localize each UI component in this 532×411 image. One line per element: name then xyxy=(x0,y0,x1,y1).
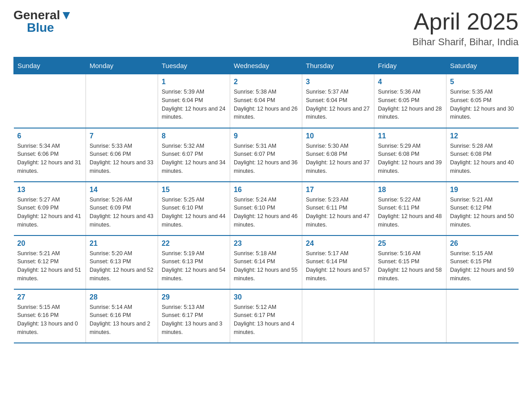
day-info: Sunrise: 5:16 AMSunset: 6:15 PMDaylight:… xyxy=(378,249,442,283)
calendar-day-cell: 22Sunrise: 5:19 AMSunset: 6:13 PMDayligh… xyxy=(158,235,230,289)
day-number: 7 xyxy=(90,132,154,140)
day-number: 17 xyxy=(306,186,370,194)
day-number: 25 xyxy=(378,240,442,248)
calendar-week-row: 13Sunrise: 5:27 AMSunset: 6:09 PMDayligh… xyxy=(14,182,519,235)
calendar-day-cell: 4Sunrise: 5:36 AMSunset: 6:05 PMDaylight… xyxy=(374,74,446,128)
calendar-day-cell: 19Sunrise: 5:21 AMSunset: 6:12 PMDayligh… xyxy=(446,182,519,235)
day-info: Sunrise: 5:17 AMSunset: 6:14 PMDaylight:… xyxy=(306,249,370,283)
calendar-day-cell: 6Sunrise: 5:34 AMSunset: 6:06 PMDaylight… xyxy=(14,128,86,182)
day-number: 14 xyxy=(90,186,154,194)
calendar-day-cell: 16Sunrise: 5:24 AMSunset: 6:10 PMDayligh… xyxy=(230,182,302,235)
day-number: 1 xyxy=(162,78,226,86)
calendar-table: SundayMondayTuesdayWednesdayThursdayFrid… xyxy=(13,57,519,343)
calendar-day-cell: 25Sunrise: 5:16 AMSunset: 6:15 PMDayligh… xyxy=(374,235,446,289)
calendar-week-row: 20Sunrise: 5:21 AMSunset: 6:12 PMDayligh… xyxy=(14,235,519,289)
day-info: Sunrise: 5:33 AMSunset: 6:06 PMDaylight:… xyxy=(90,142,154,176)
calendar-day-cell: 23Sunrise: 5:18 AMSunset: 6:14 PMDayligh… xyxy=(230,235,302,289)
day-info: Sunrise: 5:13 AMSunset: 6:17 PMDaylight:… xyxy=(162,303,226,337)
calendar-header-row: SundayMondayTuesdayWednesdayThursdayFrid… xyxy=(14,57,519,74)
day-info: Sunrise: 5:36 AMSunset: 6:05 PMDaylight:… xyxy=(378,88,442,121)
day-info: Sunrise: 5:23 AMSunset: 6:11 PMDaylight:… xyxy=(306,196,370,229)
calendar-day-cell xyxy=(302,289,374,343)
day-info: Sunrise: 5:14 AMSunset: 6:16 PMDaylight:… xyxy=(90,303,154,337)
day-number: 12 xyxy=(450,132,515,140)
day-info: Sunrise: 5:30 AMSunset: 6:08 PMDaylight:… xyxy=(306,142,370,176)
day-info: Sunrise: 5:12 AMSunset: 6:17 PMDaylight:… xyxy=(234,303,298,337)
day-number: 3 xyxy=(306,78,370,86)
day-of-week-header: Wednesday xyxy=(230,57,302,74)
calendar-day-cell: 18Sunrise: 5:22 AMSunset: 6:11 PMDayligh… xyxy=(374,182,446,235)
calendar-day-cell: 13Sunrise: 5:27 AMSunset: 6:09 PMDayligh… xyxy=(14,182,86,235)
day-of-week-header: Thursday xyxy=(302,57,374,74)
page-header: General▼ Blue April 2025 Bihar Sharif, B… xyxy=(13,9,519,48)
day-info: Sunrise: 5:32 AMSunset: 6:07 PMDaylight:… xyxy=(162,142,226,176)
calendar-day-cell: 29Sunrise: 5:13 AMSunset: 6:17 PMDayligh… xyxy=(158,289,230,343)
logo-blue-text: Blue xyxy=(27,21,54,34)
day-number: 6 xyxy=(17,132,82,140)
day-number: 24 xyxy=(306,240,370,248)
day-info: Sunrise: 5:28 AMSunset: 6:08 PMDaylight:… xyxy=(450,142,515,176)
day-number: 16 xyxy=(234,186,298,194)
day-info: Sunrise: 5:37 AMSunset: 6:04 PMDaylight:… xyxy=(306,88,370,121)
day-number: 20 xyxy=(17,240,82,248)
day-info: Sunrise: 5:15 AMSunset: 6:16 PMDaylight:… xyxy=(17,303,82,337)
day-number: 8 xyxy=(162,132,226,140)
calendar-day-cell xyxy=(374,289,446,343)
calendar-day-cell xyxy=(446,289,519,343)
calendar-day-cell: 15Sunrise: 5:25 AMSunset: 6:10 PMDayligh… xyxy=(158,182,230,235)
calendar-day-cell: 12Sunrise: 5:28 AMSunset: 6:08 PMDayligh… xyxy=(446,128,519,182)
day-number: 10 xyxy=(306,132,370,140)
day-number: 11 xyxy=(378,132,442,140)
day-info: Sunrise: 5:31 AMSunset: 6:07 PMDaylight:… xyxy=(234,142,298,176)
day-number: 30 xyxy=(234,293,298,301)
day-number: 19 xyxy=(450,186,515,194)
day-of-week-header: Friday xyxy=(374,57,446,74)
logo: General▼ Blue xyxy=(13,9,73,34)
day-info: Sunrise: 5:35 AMSunset: 6:05 PMDaylight:… xyxy=(450,88,515,121)
calendar-day-cell xyxy=(14,74,86,128)
day-info: Sunrise: 5:29 AMSunset: 6:08 PMDaylight:… xyxy=(378,142,442,176)
calendar-day-cell: 14Sunrise: 5:26 AMSunset: 6:09 PMDayligh… xyxy=(86,182,158,235)
day-number: 21 xyxy=(90,240,154,248)
day-number: 27 xyxy=(17,293,82,301)
calendar-day-cell: 8Sunrise: 5:32 AMSunset: 6:07 PMDaylight… xyxy=(158,128,230,182)
calendar-day-cell: 20Sunrise: 5:21 AMSunset: 6:12 PMDayligh… xyxy=(14,235,86,289)
day-info: Sunrise: 5:34 AMSunset: 6:06 PMDaylight:… xyxy=(17,142,82,176)
calendar-day-cell: 28Sunrise: 5:14 AMSunset: 6:16 PMDayligh… xyxy=(86,289,158,343)
day-number: 13 xyxy=(17,186,82,194)
calendar-day-cell: 5Sunrise: 5:35 AMSunset: 6:05 PMDaylight… xyxy=(446,74,519,128)
calendar-day-cell: 2Sunrise: 5:38 AMSunset: 6:04 PMDaylight… xyxy=(230,74,302,128)
day-info: Sunrise: 5:26 AMSunset: 6:09 PMDaylight:… xyxy=(90,196,154,229)
calendar-week-row: 1Sunrise: 5:39 AMSunset: 6:04 PMDaylight… xyxy=(14,74,519,128)
day-info: Sunrise: 5:24 AMSunset: 6:10 PMDaylight:… xyxy=(234,196,298,229)
day-info: Sunrise: 5:27 AMSunset: 6:09 PMDaylight:… xyxy=(17,196,82,229)
day-info: Sunrise: 5:21 AMSunset: 6:12 PMDaylight:… xyxy=(450,196,515,229)
calendar-day-cell: 11Sunrise: 5:29 AMSunset: 6:08 PMDayligh… xyxy=(374,128,446,182)
calendar-day-cell: 17Sunrise: 5:23 AMSunset: 6:11 PMDayligh… xyxy=(302,182,374,235)
title-block: April 2025 Bihar Sharif, Bihar, India xyxy=(412,9,519,48)
day-info: Sunrise: 5:25 AMSunset: 6:10 PMDaylight:… xyxy=(162,196,226,229)
day-number: 26 xyxy=(450,240,515,248)
calendar-day-cell: 10Sunrise: 5:30 AMSunset: 6:08 PMDayligh… xyxy=(302,128,374,182)
logo-general-text: General▼ xyxy=(13,9,73,21)
day-number: 23 xyxy=(234,240,298,248)
calendar-day-cell xyxy=(86,74,158,128)
month-year-title: April 2025 xyxy=(412,9,519,34)
day-of-week-header: Monday xyxy=(86,57,158,74)
calendar-day-cell: 21Sunrise: 5:20 AMSunset: 6:13 PMDayligh… xyxy=(86,235,158,289)
logo-triangle-icon: ▼ xyxy=(60,8,73,22)
day-number: 5 xyxy=(450,78,515,86)
day-number: 2 xyxy=(234,78,298,86)
day-number: 29 xyxy=(162,293,226,301)
calendar-day-cell: 7Sunrise: 5:33 AMSunset: 6:06 PMDaylight… xyxy=(86,128,158,182)
location-subtitle: Bihar Sharif, Bihar, India xyxy=(412,36,519,48)
day-info: Sunrise: 5:20 AMSunset: 6:13 PMDaylight:… xyxy=(90,249,154,283)
calendar-day-cell: 27Sunrise: 5:15 AMSunset: 6:16 PMDayligh… xyxy=(14,289,86,343)
calendar-day-cell: 26Sunrise: 5:15 AMSunset: 6:15 PMDayligh… xyxy=(446,235,519,289)
day-info: Sunrise: 5:38 AMSunset: 6:04 PMDaylight:… xyxy=(234,88,298,121)
calendar-day-cell: 9Sunrise: 5:31 AMSunset: 6:07 PMDaylight… xyxy=(230,128,302,182)
calendar-week-row: 6Sunrise: 5:34 AMSunset: 6:06 PMDaylight… xyxy=(14,128,519,182)
day-number: 15 xyxy=(162,186,226,194)
day-of-week-header: Sunday xyxy=(14,57,86,74)
day-of-week-header: Saturday xyxy=(446,57,519,74)
